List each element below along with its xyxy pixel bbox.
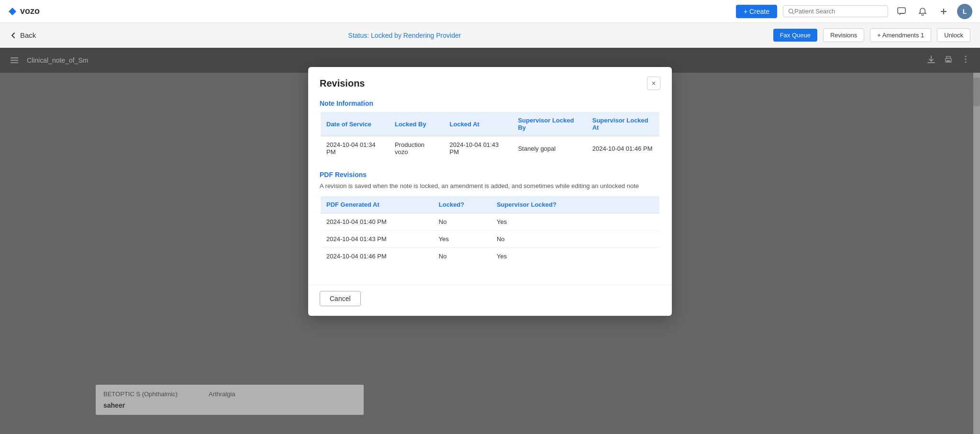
note-info-table: Date of Service Locked By Locked At Supe… [320, 111, 660, 161]
unlock-button[interactable]: Unlock [937, 28, 970, 42]
table-cell: 2024-10-04 01:34 PM [320, 136, 389, 161]
revisions-button[interactable]: Revisions [823, 28, 864, 42]
table-cell: No [433, 213, 491, 231]
plus-nav-icon[interactable] [936, 4, 951, 19]
table-row: 2024-10-04 01:34 PMProduction vozo2024-1… [320, 136, 660, 161]
pdf-revisions-desc: A revision is saved when the note is loc… [320, 182, 660, 189]
table-cell: 2024-10-04 01:40 PM [320, 213, 433, 231]
pdf-revisions-section-title: PDF Revisions [320, 171, 660, 178]
table-cell: 2024-10-04 01:46 PM [587, 136, 660, 161]
note-col-locked-by: Locked By [389, 111, 444, 136]
create-button[interactable]: + Create [736, 5, 777, 18]
table-cell: Yes [491, 248, 602, 266]
svg-line-2 [792, 12, 794, 14]
sub-header: Back Status: Locked by Rendering Provide… [0, 23, 980, 48]
pdf-revisions-table: PDF Generated At Locked? Supervisor Lock… [320, 195, 660, 266]
note-table-header-row: Date of Service Locked By Locked At Supe… [320, 111, 660, 136]
status-text: Status: Locked by Rendering Provider [348, 32, 461, 39]
pdf-col-generated-at: PDF Generated At [320, 196, 433, 213]
table-cell: 2024-10-04 01:46 PM [320, 248, 433, 266]
modal-body: Note Information Date of Service Locked … [308, 98, 672, 285]
revisions-modal: Revisions × Note Information Date of Ser… [308, 67, 672, 316]
note-col-supervisor-locked-by: Supervisor Locked By [512, 111, 586, 136]
table-cell: No [433, 248, 491, 266]
table-cell: 2024-10-04 01:43 PM [320, 231, 433, 248]
patient-search-box[interactable] [783, 5, 888, 17]
pdf-table-header-row: PDF Generated At Locked? Supervisor Lock… [320, 196, 660, 213]
table-cell-empty [602, 213, 660, 231]
table-row: 2024-10-04 01:43 PMYesNo [320, 231, 660, 248]
table-cell-empty [602, 231, 660, 248]
pdf-col-empty [602, 196, 660, 213]
table-cell: Yes [433, 231, 491, 248]
fax-queue-button[interactable]: Fax Queue [773, 29, 817, 42]
modal-title: Revisions [320, 78, 365, 89]
table-cell: Stanely gopal [512, 136, 586, 161]
note-info-section-title: Note Information [320, 100, 660, 107]
modal-footer: Cancel [308, 285, 672, 316]
chat-icon[interactable] [894, 4, 909, 19]
app-logo: vozo [8, 6, 40, 16]
svg-marker-0 [9, 8, 16, 15]
back-label: Back [20, 31, 36, 39]
pdf-col-locked: Locked? [433, 196, 491, 213]
table-cell-empty [602, 248, 660, 266]
svg-rect-3 [898, 8, 905, 13]
search-icon [788, 8, 794, 15]
main-content: Clinical_note_of_Sm [0, 48, 980, 434]
back-arrow-icon [10, 32, 17, 39]
note-col-locked-at: Locked At [444, 111, 512, 136]
note-col-supervisor-locked-at: Supervisor Locked At [587, 111, 660, 136]
modal-header: Revisions × [308, 67, 672, 98]
table-row: 2024-10-04 01:46 PMNoYes [320, 248, 660, 266]
table-cell: No [491, 231, 602, 248]
cancel-button[interactable]: Cancel [320, 291, 361, 306]
amendments-button[interactable]: + Amendments 1 [870, 28, 931, 42]
svg-point-1 [789, 9, 792, 12]
top-navigation: vozo + Create L [0, 0, 980, 23]
bell-icon[interactable] [915, 4, 930, 19]
back-link[interactable]: Back [10, 31, 36, 39]
modal-overlay: Revisions × Note Information Date of Ser… [0, 48, 980, 434]
table-cell: Yes [491, 213, 602, 231]
app-name: vozo [20, 6, 40, 16]
pdf-col-supervisor-locked: Supervisor Locked? [491, 196, 602, 213]
vozo-logo-icon [8, 7, 17, 16]
avatar[interactable]: L [957, 4, 972, 19]
note-col-date-service: Date of Service [320, 111, 389, 136]
table-row: 2024-10-04 01:40 PMNoYes [320, 213, 660, 231]
table-cell: Production vozo [389, 136, 444, 161]
table-cell: 2024-10-04 01:43 PM [444, 136, 512, 161]
patient-search-input[interactable] [794, 8, 883, 15]
modal-close-button[interactable]: × [647, 77, 660, 90]
